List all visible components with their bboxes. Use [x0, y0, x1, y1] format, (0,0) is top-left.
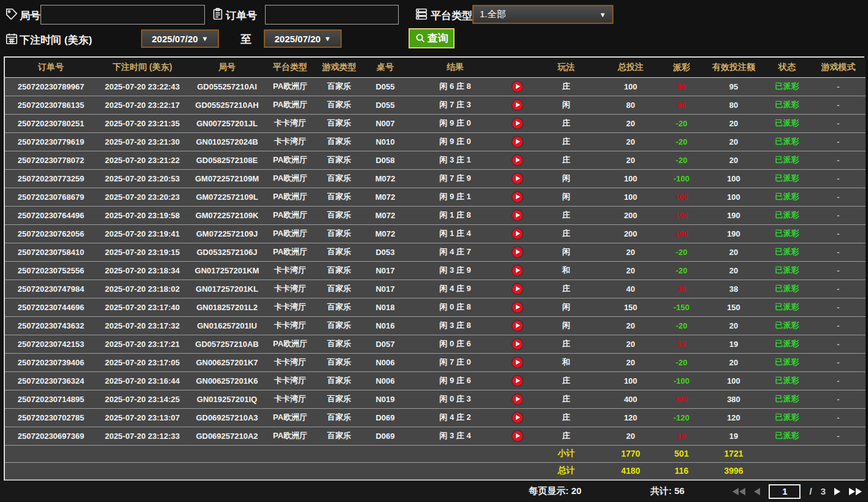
- bet-time-label: 下注时间 (美东): [20, 33, 92, 47]
- cell-result: 闲 3 庄 8: [406, 316, 504, 335]
- cell-payout: -20: [659, 132, 704, 151]
- play-video-button[interactable]: [512, 247, 523, 257]
- platform-select[interactable]: 1.全部 ▼: [472, 5, 613, 24]
- footer-bar: 每页显示: 20 共计: 56 / 3: [0, 481, 868, 502]
- cell-play-type: 闲: [530, 298, 602, 316]
- last-page-button[interactable]: [849, 488, 862, 495]
- cell-play: [504, 224, 530, 243]
- cell-status: 已派彩: [763, 77, 811, 96]
- cell-valid-bet: 20: [704, 261, 763, 280]
- play-video-button[interactable]: [512, 210, 523, 221]
- play-video-button[interactable]: [512, 100, 523, 110]
- cell-bet-time: 2025-07-20 23:21:35: [97, 114, 188, 132]
- table-row: 2507202307479842025-07-20 23:18:02GN0172…: [5, 280, 866, 298]
- table-row: 2507202307584102025-07-20 23:19:15GD0532…: [5, 243, 866, 261]
- cell-status: 已派彩: [763, 169, 811, 188]
- cell-platform: 卡卡湾厅: [266, 132, 314, 151]
- play-video-button[interactable]: [512, 431, 523, 441]
- play-video-button[interactable]: [512, 302, 523, 313]
- cell-round-no: GD055257210AH: [188, 96, 266, 114]
- cell-play: [504, 132, 530, 151]
- cell-valid-bet: 380: [704, 390, 763, 408]
- cell-result: 闲 9 庄 0: [406, 114, 504, 132]
- cell-status: 已派彩: [763, 335, 811, 353]
- cell-round-no: GD057257210AB: [188, 335, 266, 353]
- cell-valid-bet: 190: [704, 206, 763, 224]
- total-valid-bet: 3996: [704, 462, 763, 479]
- cell-play: [504, 96, 530, 114]
- table-row: 2507202307394062025-07-20 23:17:05GN0062…: [5, 353, 866, 371]
- round-input[interactable]: [40, 5, 205, 25]
- next-page-button[interactable]: [834, 488, 840, 495]
- play-video-button[interactable]: [512, 192, 523, 202]
- round-label: 局号: [20, 9, 40, 23]
- cell-valid-bet: 20: [704, 243, 763, 261]
- cell-platform: PA欧洲厅: [266, 408, 314, 427]
- play-icon: [516, 102, 520, 107]
- cell-platform: PA欧洲厅: [266, 206, 314, 224]
- cell-play-type: 庄: [530, 408, 602, 427]
- play-video-button[interactable]: [512, 413, 523, 423]
- cell-result: 闲 9 庄 0: [406, 132, 504, 151]
- cell-table-no: M072: [364, 188, 406, 206]
- play-video-button[interactable]: [512, 357, 523, 368]
- cell-order-no: 250720230778072: [5, 151, 97, 169]
- play-video-button[interactable]: [512, 82, 523, 92]
- play-video-button[interactable]: [512, 118, 523, 129]
- play-video-button[interactable]: [512, 229, 523, 239]
- cell-order-no: 250720230702785: [5, 408, 97, 427]
- date-from-picker[interactable]: 2025/07/20 ▼: [141, 29, 219, 48]
- play-video-button[interactable]: [512, 284, 523, 294]
- query-button[interactable]: 查询: [409, 28, 455, 48]
- play-video-button[interactable]: [512, 173, 523, 184]
- page-number-input[interactable]: [769, 484, 801, 499]
- cell-result: 闲 9 庄 6: [406, 371, 504, 390]
- cell-total-bet: 20: [602, 151, 659, 169]
- cell-order-no: 250720230768679: [5, 188, 97, 206]
- cell-order-no: 250720230752556: [5, 261, 97, 280]
- cell-payout: 19: [659, 427, 704, 445]
- cell-play: [504, 77, 530, 96]
- first-page-button[interactable]: [732, 488, 745, 495]
- cell-play: [504, 280, 530, 298]
- bet-records-table: 订单号下注时间 (美东)局号平台类型游戏类型桌号结果玩法总投注派彩有效投注额状态…: [4, 56, 864, 481]
- subtotal-row: 小计 1770 501 1721: [5, 445, 866, 462]
- cell-platform: 卡卡湾厅: [266, 316, 314, 335]
- play-video-button[interactable]: [512, 321, 523, 331]
- cell-total-bet: 20: [602, 114, 659, 132]
- cell-game-type: 百家乐: [314, 151, 364, 169]
- cell-total-bet: 20: [602, 261, 659, 280]
- cell-platform: PA欧洲厅: [266, 335, 314, 353]
- cell-order-no: 250720230747984: [5, 280, 97, 298]
- cell-result: 闲 0 庄 6: [406, 335, 504, 353]
- cell-game-mode: -: [811, 335, 866, 353]
- cell-result: 闲 1 庄 8: [406, 206, 504, 224]
- cell-play: [504, 390, 530, 408]
- play-video-button[interactable]: [512, 339, 523, 349]
- cell-play-type: 闲: [530, 96, 602, 114]
- cell-valid-bet: 190: [704, 224, 763, 243]
- table-row: 2507202307686792025-07-20 23:20:23GM0722…: [5, 188, 866, 206]
- cell-total-bet: 400: [602, 390, 659, 408]
- date-to-picker[interactable]: 2025/07/20 ▼: [264, 29, 342, 48]
- play-video-button[interactable]: [512, 265, 523, 276]
- cell-order-no: 250720230743632: [5, 316, 97, 335]
- order-input[interactable]: [265, 5, 399, 25]
- column-header-3: 平台类型: [266, 58, 314, 77]
- cell-bet-time: 2025-07-20 23:21:30: [97, 132, 188, 151]
- cell-valid-bet: 20: [704, 316, 763, 335]
- cell-result: 闲 3 庄 9: [406, 261, 504, 280]
- play-icon: [516, 286, 520, 291]
- play-video-button[interactable]: [512, 376, 523, 386]
- cell-table-no: N010: [364, 132, 406, 151]
- cell-valid-bet: 20: [704, 151, 763, 169]
- play-video-button[interactable]: [512, 155, 523, 165]
- cell-payout: -100: [659, 169, 704, 188]
- cell-game-type: 百家乐: [314, 96, 364, 114]
- play-video-button[interactable]: [512, 137, 523, 147]
- play-icon: [516, 121, 520, 126]
- play-video-button[interactable]: [512, 394, 523, 405]
- column-header-11: 有效投注额: [704, 58, 763, 77]
- previous-page-button[interactable]: [754, 488, 760, 495]
- cell-play: [504, 335, 530, 353]
